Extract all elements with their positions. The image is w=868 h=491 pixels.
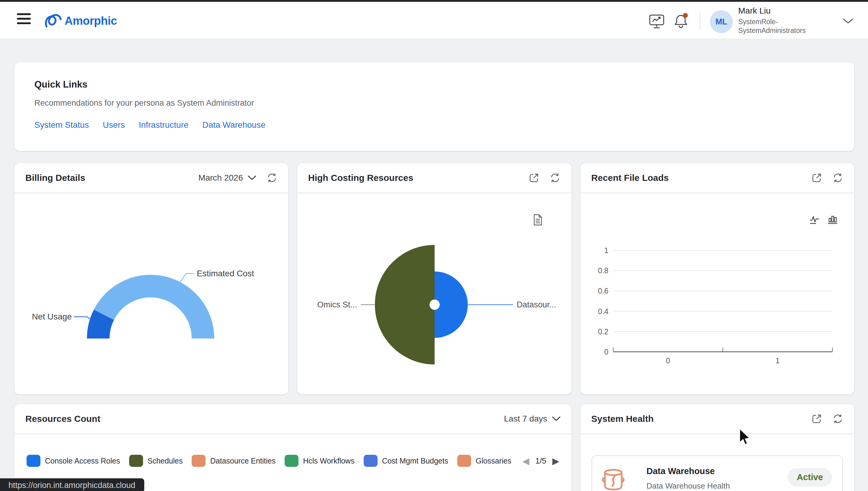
resources-count-title: Resources Count	[25, 414, 100, 424]
legend-swatch	[285, 455, 299, 467]
legend-label: Datasource Entities	[210, 457, 276, 465]
header-divider	[700, 13, 700, 30]
app-header: Amorphic ML Mark Liu SystemRole- SystemA…	[0, 2, 868, 39]
user-info[interactable]: Mark Liu SystemRole- SystemAdministrator…	[738, 6, 806, 35]
quick-links-title: Quick Links	[34, 79, 88, 90]
svg-text:0.8: 0.8	[598, 266, 609, 275]
svg-text:Estimated Cost: Estimated Cost	[197, 269, 254, 278]
system-health-card: System Health	[580, 404, 854, 491]
resources-range-value: Last 7 days	[504, 414, 547, 424]
legend-label: Schedules	[148, 457, 183, 465]
svg-text:1: 1	[604, 246, 609, 255]
svg-text:Omics St...: Omics St...	[317, 300, 357, 309]
legend-next-arrow-icon[interactable]: ▶	[552, 456, 559, 466]
user-role-line1: SystemRole-	[738, 18, 806, 26]
legend-swatch	[192, 455, 206, 467]
legend-label: Console Access Roles	[45, 457, 120, 465]
health-item-data-warehouse[interactable]: Data Warehouse Data Warehouse Health Act…	[592, 455, 843, 491]
health-external-link-icon[interactable]	[811, 413, 822, 424]
profile-chevron-down-icon[interactable]	[843, 18, 854, 25]
quick-link-system-status[interactable]: System Status	[34, 120, 89, 130]
notification-badge-dot	[683, 13, 688, 18]
legend-item-hcls-workflows[interactable]: Hcls Workflows	[285, 455, 354, 467]
svg-text:0: 0	[666, 356, 670, 365]
chevron-down-icon	[552, 416, 560, 421]
resources-count-card: Resources Count Last 7 days Console Acce…	[14, 404, 571, 491]
amorphic-logo[interactable]: Amorphic	[44, 11, 117, 30]
data-warehouse-icon	[601, 467, 625, 491]
notifications-bell-icon[interactable]	[674, 13, 689, 30]
quick-links-card: Quick Links Recommendations for your per…	[14, 62, 854, 151]
amorphic-logo-mark	[44, 12, 63, 30]
billing-period-dropdown[interactable]: March 2026	[198, 173, 256, 183]
health-item-name: Data Warehouse	[647, 466, 715, 476]
system-health-title: System Health	[591, 414, 654, 424]
health-refresh-icon[interactable]	[832, 413, 843, 424]
resources-card-header: Resources Count Last 7 days	[14, 404, 571, 434]
costing-external-link-icon[interactable]	[528, 172, 539, 183]
legend-page-count: 1/5	[535, 456, 546, 466]
legend-item-datasource-entities[interactable]: Datasource Entities	[192, 455, 276, 467]
legend-label: Glossaries	[476, 457, 511, 465]
costing-card-header: High Costing Resources	[297, 163, 571, 193]
legend-label: Hcls Workflows	[303, 457, 354, 465]
svg-text:0.6: 0.6	[598, 287, 609, 295]
svg-text:0.4: 0.4	[598, 307, 609, 316]
resources-legend-items: Console Access RolesSchedulesDatasource …	[27, 455, 517, 467]
loads-external-link-icon[interactable]	[811, 172, 822, 183]
svg-text:Net Usage: Net Usage	[32, 312, 72, 321]
legend-item-console-access-roles[interactable]: Console Access Roles	[27, 455, 120, 467]
billing-refresh-icon[interactable]	[267, 172, 277, 183]
resources-range-dropdown[interactable]: Last 7 days	[504, 414, 560, 424]
high-costing-resources-card: High Costing Resources	[297, 163, 571, 394]
legend-swatch	[129, 455, 143, 467]
quick-link-infrastructure[interactable]: Infrastructure	[139, 120, 189, 130]
costing-refresh-icon[interactable]	[550, 172, 560, 183]
recent-file-loads-chart[interactable]: 10.80.60.40.2001	[580, 193, 854, 394]
user-role-line2: SystemAdministrators	[738, 26, 806, 35]
high-costing-pie-chart[interactable]: Omics St...Datasour...	[297, 193, 571, 394]
high-costing-title: High Costing Resources	[308, 173, 413, 183]
chevron-down-icon	[248, 175, 256, 180]
svg-text:1: 1	[776, 356, 780, 365]
resources-legend-row: Console Access RolesSchedulesDatasource …	[27, 452, 559, 469]
user-avatar[interactable]: ML	[710, 10, 733, 33]
legend-prev-arrow-icon[interactable]: ◀	[522, 456, 529, 466]
billing-card-header: Billing Details March 2026	[14, 163, 288, 193]
legend-swatch	[364, 455, 378, 467]
health-item-description: Data Warehouse Health	[647, 481, 730, 491]
link-url-tooltip: https://orion.int.amorphicdata.cloud	[0, 478, 144, 491]
legend-item-schedules[interactable]: Schedules	[129, 455, 183, 467]
quick-link-data-warehouse[interactable]: Data Warehouse	[203, 120, 266, 130]
user-name: Mark Liu	[738, 6, 806, 16]
billing-gauge-chart[interactable]: Net UsageEstimated Cost	[14, 193, 288, 394]
billing-title: Billing Details	[25, 173, 85, 183]
loads-refresh-icon[interactable]	[832, 172, 843, 183]
system-monitor-icon[interactable]	[649, 14, 664, 30]
svg-text:0.2: 0.2	[598, 327, 609, 336]
recent-file-loads-card: Recent File Loads	[580, 163, 854, 394]
svg-text:0: 0	[604, 348, 609, 356]
legend-pagination: ◀ 1/5 ▶	[517, 456, 559, 466]
amorphic-logo-text: Amorphic	[65, 15, 117, 27]
legend-label: Cost Mgmt Budgets	[382, 457, 448, 465]
legend-swatch	[27, 455, 40, 467]
loads-card-header: Recent File Loads	[580, 163, 854, 193]
cursor-pointer	[739, 428, 751, 447]
quick-links-subtitle: Recommendations for your persona as Syst…	[34, 98, 254, 108]
health-status-badge: Active	[788, 468, 832, 487]
billing-details-card: Billing Details March 2026 Net UsageEsti…	[14, 163, 288, 394]
health-card-header: System Health	[580, 404, 854, 434]
legend-swatch	[457, 455, 471, 467]
legend-item-cost-mgmt-budgets[interactable]: Cost Mgmt Budgets	[364, 455, 448, 467]
legend-item-glossaries[interactable]: Glossaries	[457, 455, 511, 467]
svg-text:Datasour...: Datasour...	[517, 300, 556, 309]
quick-links-row: System StatusUsersInfrastructureData War…	[34, 120, 266, 130]
recent-file-loads-title: Recent File Loads	[591, 173, 669, 183]
billing-period-value: March 2026	[198, 173, 243, 183]
quick-link-users[interactable]: Users	[103, 120, 125, 130]
hamburger-menu-icon[interactable]	[17, 13, 31, 28]
